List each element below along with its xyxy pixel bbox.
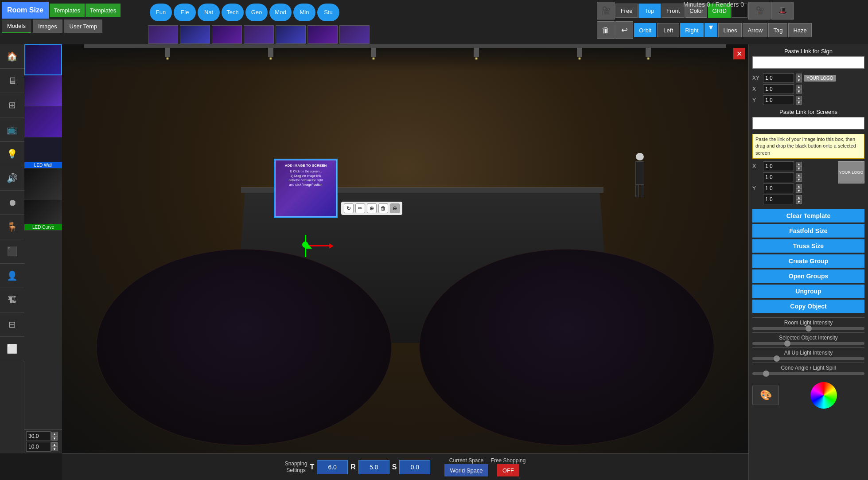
- xy-up[interactable]: ▲: [796, 74, 802, 78]
- all-up-light-slider[interactable]: [752, 357, 864, 360]
- thumb-7[interactable]: [339, 25, 370, 44]
- screen-x-up[interactable]: ▲: [796, 162, 802, 166]
- screen-x2-input[interactable]: [763, 172, 794, 182]
- paste-screens-input[interactable]: [752, 117, 864, 129]
- thumb-3[interactable]: [212, 25, 242, 44]
- sidebar-thumb-5[interactable]: LED Curve: [24, 199, 62, 230]
- right-button[interactable]: Right: [680, 23, 703, 37]
- sidebar-thumb-3[interactable]: LED Wall: [24, 137, 62, 168]
- r-input[interactable]: [358, 460, 389, 474]
- size-height-down[interactable]: ▼: [51, 447, 58, 451]
- screen-y2-input[interactable]: [763, 195, 794, 204]
- y-input[interactable]: [763, 95, 794, 105]
- front-button[interactable]: Front: [662, 4, 685, 18]
- size-height-input[interactable]: [26, 442, 51, 452]
- size-width-up[interactable]: ▲: [51, 432, 58, 436]
- scene-viewport[interactable]: ADD IMAGE TO SCREEN 1) Click on the scre…: [62, 44, 748, 453]
- screen-x2-up[interactable]: ▲: [796, 173, 802, 177]
- size-width-input[interactable]: [26, 431, 51, 441]
- cat-fun[interactable]: Fun: [150, 4, 172, 21]
- view-dropdown[interactable]: ▼: [705, 23, 718, 37]
- sidebar-speaker-icon[interactable]: 🔊: [0, 166, 24, 191]
- sidebar-thumb-1[interactable]: [24, 75, 62, 106]
- delete-icon-btn[interactable]: 🗑: [597, 21, 615, 39]
- delete-tool-btn[interactable]: 🗑: [378, 203, 388, 213]
- images-button[interactable]: Images: [33, 20, 62, 33]
- selected-obj-slider[interactable]: [752, 342, 864, 345]
- lines-button[interactable]: Lines: [718, 23, 742, 37]
- screen-y-input[interactable]: [763, 183, 794, 193]
- free-button[interactable]: Free: [615, 4, 638, 18]
- room-light-slider[interactable]: [752, 327, 864, 330]
- copy-tool-btn[interactable]: ⊕: [367, 203, 377, 213]
- y-up[interactable]: ▲: [796, 96, 802, 100]
- models-button[interactable]: Models: [2, 20, 31, 33]
- cat-min[interactable]: Min: [293, 4, 315, 21]
- thumb-4[interactable]: [244, 25, 274, 44]
- size-width-down[interactable]: ▼: [51, 436, 58, 441]
- world-space-button[interactable]: World Space: [444, 464, 488, 476]
- cat-ele[interactable]: Ele: [174, 4, 196, 21]
- s-input[interactable]: [399, 460, 430, 474]
- haze-button[interactable]: Haze: [788, 23, 811, 37]
- user-temp-button[interactable]: User Temp: [64, 20, 103, 33]
- settings-icon-btn[interactable]: 🎥: [748, 2, 771, 20]
- undo-icon-btn[interactable]: ↩: [615, 21, 633, 39]
- thumb-1[interactable]: [148, 25, 178, 44]
- panel-close-button[interactable]: ✕: [733, 48, 745, 59]
- x-up[interactable]: ▲: [796, 85, 802, 89]
- screen-y-down[interactable]: ▼: [796, 188, 802, 193]
- templates-button-2[interactable]: Templates: [86, 4, 121, 17]
- sidebar-chair-icon[interactable]: 🪑: [0, 215, 24, 239]
- cat-tech[interactable]: Tech: [222, 4, 244, 21]
- sidebar-table-icon[interactable]: ⬛: [0, 239, 24, 264]
- thumb-5[interactable]: [276, 25, 306, 44]
- open-groups-button[interactable]: Open Groups: [752, 269, 864, 283]
- arrow-button[interactable]: Arrow: [743, 23, 767, 37]
- sidebar-grid2-icon[interactable]: ⊟: [0, 312, 24, 337]
- sidebar-home-icon[interactable]: 🏠: [0, 44, 24, 69]
- screen-x-input[interactable]: [763, 161, 794, 171]
- sidebar-square-icon[interactable]: ⬜: [0, 337, 24, 361]
- ungroup-button[interactable]: Ungroup: [752, 285, 864, 298]
- t-input[interactable]: [317, 460, 348, 474]
- thumb-6[interactable]: [307, 25, 338, 44]
- sidebar-thumb-0[interactable]: [24, 44, 62, 75]
- cat-nat[interactable]: Nat: [198, 4, 220, 21]
- sidebar-thumb-4[interactable]: [24, 168, 62, 199]
- y-down[interactable]: ▼: [796, 100, 802, 105]
- screen-x-down[interactable]: ▼: [796, 166, 802, 171]
- truss-size-button[interactable]: Truss Size: [752, 239, 864, 253]
- cat-mod[interactable]: Mod: [269, 4, 292, 21]
- sidebar-record-icon[interactable]: ⏺: [0, 191, 24, 215]
- copy-object-button[interactable]: Copy Object: [752, 300, 864, 313]
- color-picker-icon[interactable]: 🎨: [752, 386, 779, 405]
- sidebar-grid-icon[interactable]: ⊞: [0, 93, 24, 117]
- top-button[interactable]: Top: [638, 4, 661, 18]
- screen-y2-up[interactable]: ▲: [796, 195, 802, 199]
- orbit-button[interactable]: Orbit: [634, 23, 656, 37]
- sidebar-truss-icon[interactable]: 🏗: [0, 288, 24, 312]
- cone-angle-slider[interactable]: [752, 372, 864, 375]
- sidebar-person-icon[interactable]: 👤: [0, 264, 24, 288]
- fastfold-size-button[interactable]: Fastfold Size: [752, 224, 864, 238]
- sidebar-thumb-2[interactable]: [24, 106, 62, 137]
- cat-geo[interactable]: Geo: [245, 4, 268, 21]
- clear-template-button[interactable]: Clear Template: [752, 209, 864, 222]
- screen-x2-down[interactable]: ▼: [796, 177, 802, 182]
- color-wheel[interactable]: [810, 382, 837, 409]
- hat-icon-btn[interactable]: 🎩: [771, 2, 794, 20]
- screen-y2-down[interactable]: ▼: [796, 199, 802, 204]
- rotate-tool-btn[interactable]: ↻: [344, 203, 354, 213]
- size-height-up[interactable]: ▲: [51, 442, 58, 447]
- left-button[interactable]: Left: [657, 23, 679, 37]
- templates-button-1[interactable]: Templates: [50, 4, 85, 17]
- x-down[interactable]: ▼: [796, 89, 802, 94]
- create-group-button[interactable]: Create Group: [752, 254, 864, 268]
- screen-y-up[interactable]: ▲: [796, 184, 802, 188]
- tag-button[interactable]: Tag: [768, 23, 787, 37]
- thumb-2[interactable]: [180, 25, 210, 44]
- xy-input[interactable]: [763, 73, 794, 83]
- move-handle-center[interactable]: [302, 242, 308, 248]
- off-button[interactable]: OFF: [497, 464, 519, 476]
